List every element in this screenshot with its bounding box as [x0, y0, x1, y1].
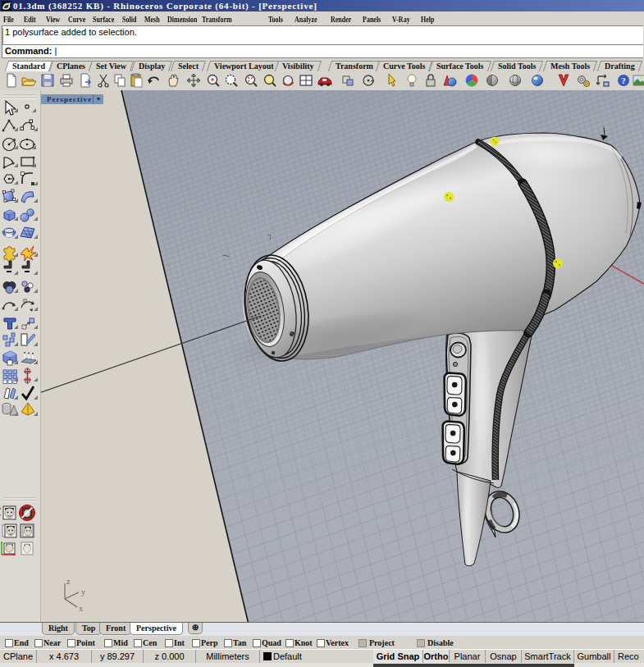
svg-text:y: y: [81, 587, 85, 596]
svg-text:z: z: [66, 577, 71, 586]
svg-text:?: ?: [621, 75, 626, 85]
svg-text:x: x: [79, 604, 83, 613]
